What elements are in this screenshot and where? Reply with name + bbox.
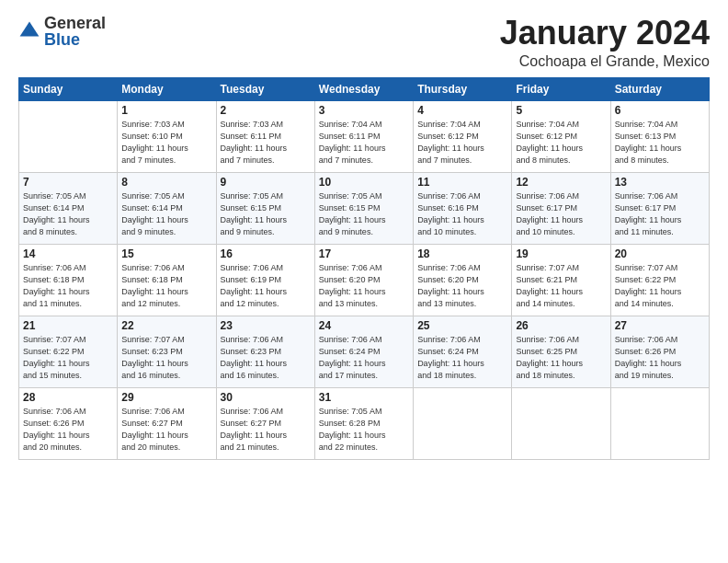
day-number: 5 [516,104,606,117]
day-info: Sunrise: 7:06 AMSunset: 6:19 PMDaylight:… [221,262,311,310]
logo-blue: Blue [44,31,106,48]
day-cell: 22Sunrise: 7:07 AMSunset: 6:23 PMDayligh… [118,316,216,387]
week-row-3: 21Sunrise: 7:07 AMSunset: 6:22 PMDayligh… [19,316,710,387]
day-info: Sunrise: 7:06 AMSunset: 6:18 PMDaylight:… [23,262,113,310]
day-info: Sunrise: 7:06 AMSunset: 6:18 PMDaylight:… [121,262,211,310]
calendar-header: SundayMondayTuesdayWednesdayThursdayFrid… [19,77,710,100]
day-number: 15 [121,247,211,260]
day-cell: 29Sunrise: 7:06 AMSunset: 6:27 PMDayligh… [118,387,216,459]
day-number: 22 [121,319,211,332]
day-number: 26 [516,319,606,332]
day-cell: 14Sunrise: 7:06 AMSunset: 6:18 PMDayligh… [19,244,118,316]
day-cell: 3Sunrise: 7:04 AMSunset: 6:11 PMDaylight… [314,100,413,172]
day-number: 28 [23,391,113,404]
day-info: Sunrise: 7:06 AMSunset: 6:25 PMDaylight:… [516,334,606,382]
logo-text: General Blue [44,15,106,48]
day-cell [512,387,610,459]
day-cell: 2Sunrise: 7:03 AMSunset: 6:11 PMDaylight… [216,100,314,172]
day-info: Sunrise: 7:03 AMSunset: 6:11 PMDaylight:… [221,119,311,167]
week-row-2: 14Sunrise: 7:06 AMSunset: 6:18 PMDayligh… [19,244,710,316]
week-row-0: 1Sunrise: 7:03 AMSunset: 6:10 PMDaylight… [19,100,710,172]
day-cell: 11Sunrise: 7:06 AMSunset: 6:16 PMDayligh… [414,172,512,244]
day-info: Sunrise: 7:06 AMSunset: 6:17 PMDaylight:… [615,190,705,238]
day-info: Sunrise: 7:07 AMSunset: 6:23 PMDaylight:… [121,334,211,382]
day-number: 24 [319,319,409,332]
header-cell-monday: Monday [118,77,216,100]
day-info: Sunrise: 7:04 AMSunset: 6:12 PMDaylight:… [516,119,606,167]
calendar-body: 1Sunrise: 7:03 AMSunset: 6:10 PMDaylight… [19,100,710,459]
calendar-table: SundayMondayTuesdayWednesdayThursdayFrid… [18,77,710,460]
day-cell: 27Sunrise: 7:06 AMSunset: 6:26 PMDayligh… [610,316,709,387]
day-cell: 28Sunrise: 7:06 AMSunset: 6:26 PMDayligh… [19,387,118,459]
day-info: Sunrise: 7:06 AMSunset: 6:27 PMDaylight:… [221,406,311,454]
day-cell: 8Sunrise: 7:05 AMSunset: 6:14 PMDaylight… [118,172,216,244]
day-number: 27 [615,319,705,332]
logo: General Blue [18,15,106,48]
day-cell: 7Sunrise: 7:05 AMSunset: 6:14 PMDaylight… [19,172,118,244]
month-title: January 2024 [500,15,710,52]
day-number: 29 [121,391,211,404]
day-info: Sunrise: 7:05 AMSunset: 6:14 PMDaylight:… [23,190,113,238]
day-info: Sunrise: 7:06 AMSunset: 6:24 PMDaylight:… [417,334,507,382]
day-number: 21 [23,319,113,332]
day-cell: 25Sunrise: 7:06 AMSunset: 6:24 PMDayligh… [414,316,512,387]
location: Cochoapa el Grande, Mexico [500,53,710,70]
page-container: General Blue January 2024 Cochoapa el Gr… [0,0,728,469]
day-cell: 6Sunrise: 7:04 AMSunset: 6:13 PMDaylight… [610,100,709,172]
day-cell: 21Sunrise: 7:07 AMSunset: 6:22 PMDayligh… [19,316,118,387]
day-number: 3 [319,104,409,117]
day-number: 8 [121,176,211,189]
day-cell: 20Sunrise: 7:07 AMSunset: 6:22 PMDayligh… [610,244,709,316]
day-cell [414,387,512,459]
day-info: Sunrise: 7:05 AMSunset: 6:15 PMDaylight:… [319,190,409,238]
week-row-1: 7Sunrise: 7:05 AMSunset: 6:14 PMDaylight… [19,172,710,244]
logo-icon [18,20,40,42]
day-info: Sunrise: 7:06 AMSunset: 6:24 PMDaylight:… [319,334,409,382]
day-number: 4 [417,104,507,117]
day-cell: 16Sunrise: 7:06 AMSunset: 6:19 PMDayligh… [216,244,314,316]
header: General Blue January 2024 Cochoapa el Gr… [18,15,710,70]
day-info: Sunrise: 7:06 AMSunset: 6:26 PMDaylight:… [615,334,705,382]
day-info: Sunrise: 7:06 AMSunset: 6:20 PMDaylight:… [417,262,507,310]
day-info: Sunrise: 7:06 AMSunset: 6:17 PMDaylight:… [516,190,606,238]
day-cell: 31Sunrise: 7:05 AMSunset: 6:28 PMDayligh… [314,387,413,459]
day-number: 20 [615,247,705,260]
day-info: Sunrise: 7:04 AMSunset: 6:11 PMDaylight:… [319,119,409,167]
day-number: 14 [23,247,113,260]
header-cell-tuesday: Tuesday [216,77,314,100]
day-number: 25 [417,319,507,332]
day-number: 31 [319,391,409,404]
day-info: Sunrise: 7:05 AMSunset: 6:15 PMDaylight:… [221,190,311,238]
header-cell-friday: Friday [512,77,610,100]
day-cell [610,387,709,459]
day-info: Sunrise: 7:06 AMSunset: 6:27 PMDaylight:… [121,406,211,454]
day-info: Sunrise: 7:03 AMSunset: 6:10 PMDaylight:… [121,119,211,167]
day-number: 18 [417,247,507,260]
day-number: 23 [221,319,311,332]
day-number: 19 [516,247,606,260]
day-cell: 12Sunrise: 7:06 AMSunset: 6:17 PMDayligh… [512,172,610,244]
day-info: Sunrise: 7:05 AMSunset: 6:28 PMDaylight:… [319,406,409,454]
header-cell-saturday: Saturday [610,77,709,100]
week-row-4: 28Sunrise: 7:06 AMSunset: 6:26 PMDayligh… [19,387,710,459]
day-number: 2 [221,104,311,117]
day-number: 6 [615,104,705,117]
day-info: Sunrise: 7:07 AMSunset: 6:22 PMDaylight:… [23,334,113,382]
header-cell-thursday: Thursday [414,77,512,100]
day-number: 11 [417,176,507,189]
day-info: Sunrise: 7:06 AMSunset: 6:23 PMDaylight:… [221,334,311,382]
day-info: Sunrise: 7:06 AMSunset: 6:20 PMDaylight:… [319,262,409,310]
day-cell [19,100,118,172]
title-block: January 2024 Cochoapa el Grande, Mexico [500,15,710,70]
day-cell: 1Sunrise: 7:03 AMSunset: 6:10 PMDaylight… [118,100,216,172]
day-info: Sunrise: 7:05 AMSunset: 6:14 PMDaylight:… [121,190,211,238]
day-number: 16 [221,247,311,260]
day-cell: 30Sunrise: 7:06 AMSunset: 6:27 PMDayligh… [216,387,314,459]
header-row: SundayMondayTuesdayWednesdayThursdayFrid… [19,77,710,100]
day-cell: 9Sunrise: 7:05 AMSunset: 6:15 PMDaylight… [216,172,314,244]
day-cell: 17Sunrise: 7:06 AMSunset: 6:20 PMDayligh… [314,244,413,316]
day-number: 1 [121,104,211,117]
day-cell: 26Sunrise: 7:06 AMSunset: 6:25 PMDayligh… [512,316,610,387]
day-info: Sunrise: 7:06 AMSunset: 6:16 PMDaylight:… [417,190,507,238]
day-cell: 15Sunrise: 7:06 AMSunset: 6:18 PMDayligh… [118,244,216,316]
